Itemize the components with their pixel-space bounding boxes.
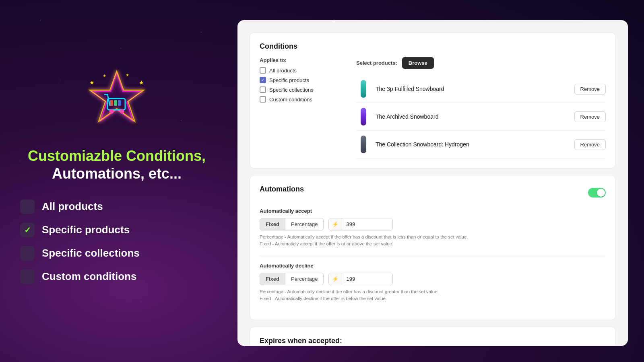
auto-decline-fixed-tab[interactable]: Fixed <box>260 273 285 285</box>
auto-decline-value[interactable] <box>342 273 392 285</box>
auto-accept-controls: Fixed Percentage ⚡ <box>260 218 606 230</box>
remove-button-2[interactable]: Remove <box>574 111 606 122</box>
radio-label-all-products: All products <box>269 68 297 74</box>
product-thumb-3 <box>356 135 371 154</box>
product-thumb-img-2 <box>361 108 366 125</box>
feature-label-specific-products: Specific products <box>42 224 130 236</box>
svg-rect-10 <box>110 100 113 106</box>
expires-card: Expires when accepted: In 15 minutes In … <box>250 327 616 346</box>
svg-text:★: ★ <box>103 74 106 78</box>
automations-toggle[interactable] <box>588 188 606 197</box>
automations-header: Automations <box>260 185 606 200</box>
product-name-3: The Collection Snowboard: Hydrogen <box>376 141 570 148</box>
auto-accept-label: Automatically accept <box>260 208 606 214</box>
product-row-1: The 3p Fulfilled Snowboard Remove <box>356 75 606 103</box>
remove-button-3[interactable]: Remove <box>574 139 606 150</box>
feature-label-specific-collections: Specific collections <box>42 247 140 259</box>
product-name-1: The 3p Fulfilled Snowboard <box>376 86 570 92</box>
auto-accept-value[interactable] <box>342 218 392 230</box>
remove-button-1[interactable]: Remove <box>574 84 606 95</box>
applies-to-label: Applies to: <box>260 57 340 63</box>
svg-text:★: ★ <box>126 73 129 77</box>
product-thumb-img-1 <box>361 80 366 98</box>
radio-box-specific-collections[interactable] <box>260 86 266 93</box>
svg-rect-11 <box>114 100 117 106</box>
applies-to-column: Applies to: All products Specific produc… <box>260 57 340 158</box>
conditions-layout: Applies to: All products Specific produc… <box>260 57 606 158</box>
product-thumb-1 <box>356 79 371 99</box>
feature-item-custom-conditions: Custom conditions <box>20 269 213 284</box>
select-products-label: Select products: <box>356 60 397 66</box>
headline-line2: Automations, etc... <box>28 165 206 183</box>
auto-accept-group: Automatically accept Fixed Percentage ⚡ … <box>260 208 606 248</box>
logo-icon: ★ ★ ★ ★ <box>80 69 153 134</box>
auto-accept-input-wrapper: ⚡ <box>328 218 393 230</box>
auto-decline-controls: Fixed Percentage ⚡ <box>260 273 606 285</box>
auto-accept-percentage-tab[interactable]: Percentage <box>285 218 324 230</box>
conditions-title: Conditions <box>260 42 606 51</box>
auto-decline-input-wrapper: ⚡ <box>328 273 393 285</box>
auto-decline-label: Automatically decline <box>260 263 606 269</box>
radio-specific-products[interactable]: Specific products <box>260 77 340 83</box>
auto-decline-prefix: ⚡ <box>329 273 342 285</box>
auto-accept-hint-line2: Fixed - Automaticly accept if the offer … <box>260 241 606 247</box>
product-row-2: The Archived Snowboard Remove <box>356 103 606 131</box>
radio-box-specific-products[interactable] <box>260 77 266 83</box>
auto-decline-hint-line1: Percentage - Automatically decline if th… <box>260 288 606 295</box>
feature-item-specific-collections: Specific collections <box>20 246 213 261</box>
radio-label-custom-conditions: Custom conditions <box>269 97 312 103</box>
auto-accept-hint-line1: Percentage - Automatically accept if the… <box>260 234 606 241</box>
radio-label-specific-collections: Specific collections <box>269 87 314 93</box>
auto-divider <box>260 256 606 256</box>
radio-label-specific-products: Specific products <box>269 77 309 83</box>
select-products-header: Select products: Browse <box>356 57 606 69</box>
auto-decline-percentage-tab[interactable]: Percentage <box>285 273 324 285</box>
checkbox-specific-collections <box>20 246 35 261</box>
auto-decline-hint: Percentage - Automatically decline if th… <box>260 288 606 302</box>
auto-decline-hint-line2: Fixed - Automatically decline if the off… <box>260 295 606 302</box>
product-row-3: The Collection Snowboard: Hydrogen Remov… <box>356 131 606 158</box>
product-thumb-img-3 <box>361 136 366 153</box>
product-name-2: The Archived Snowboard <box>376 113 570 120</box>
svg-text:★: ★ <box>139 79 144 86</box>
right-panel: Conditions Applies to: All products Spec… <box>237 20 628 346</box>
logo-area: ★ ★ ★ ★ <box>80 69 153 135</box>
auto-accept-fixed-tab[interactable]: Fixed <box>260 218 285 230</box>
checkbox-all-products <box>20 200 35 214</box>
feature-item-specific-products: ✓ Specific products <box>20 223 213 237</box>
auto-decline-group: Automatically decline Fixed Percentage ⚡… <box>260 263 606 302</box>
svg-point-8 <box>109 109 114 113</box>
svg-point-9 <box>120 109 124 113</box>
automations-title: Automations <box>260 185 304 193</box>
headline: Customiazble Conditions, Automations, et… <box>28 147 206 183</box>
automations-card: Automations Automatically accept Fixed P… <box>250 175 616 320</box>
products-column: Select products: Browse The 3p Fulfilled… <box>356 57 606 158</box>
feature-item-all-products: All products <box>20 200 213 214</box>
feature-list: All products ✓ Specific products Specifi… <box>20 200 213 293</box>
radio-all-products[interactable]: All products <box>260 67 340 74</box>
left-panel: ★ ★ ★ ★ Customiazble Conditions, Automat… <box>0 0 233 362</box>
product-thumb-2 <box>356 107 371 126</box>
conditions-card: Conditions Applies to: All products Spec… <box>250 32 616 169</box>
radio-box-custom-conditions[interactable] <box>260 96 266 103</box>
checkbox-specific-products: ✓ <box>20 223 35 237</box>
feature-label-custom-conditions: Custom conditions <box>42 270 136 283</box>
radio-specific-collections[interactable]: Specific collections <box>260 86 340 93</box>
feature-label-all-products: All products <box>42 200 103 213</box>
radio-box-all-products[interactable] <box>260 67 266 74</box>
auto-accept-prefix: ⚡ <box>329 218 342 230</box>
expires-title: Expires when accepted: <box>260 337 606 345</box>
svg-text:★: ★ <box>89 79 95 86</box>
radio-custom-conditions[interactable]: Custom conditions <box>260 96 340 103</box>
auto-accept-hint: Percentage - Automatically accept if the… <box>260 234 606 248</box>
browse-button[interactable]: Browse <box>402 57 434 69</box>
checkmark-specific-products: ✓ <box>24 225 31 235</box>
svg-rect-12 <box>118 100 121 106</box>
checkbox-custom-conditions <box>20 269 35 284</box>
headline-line1: Customiazble Conditions, <box>28 147 206 165</box>
